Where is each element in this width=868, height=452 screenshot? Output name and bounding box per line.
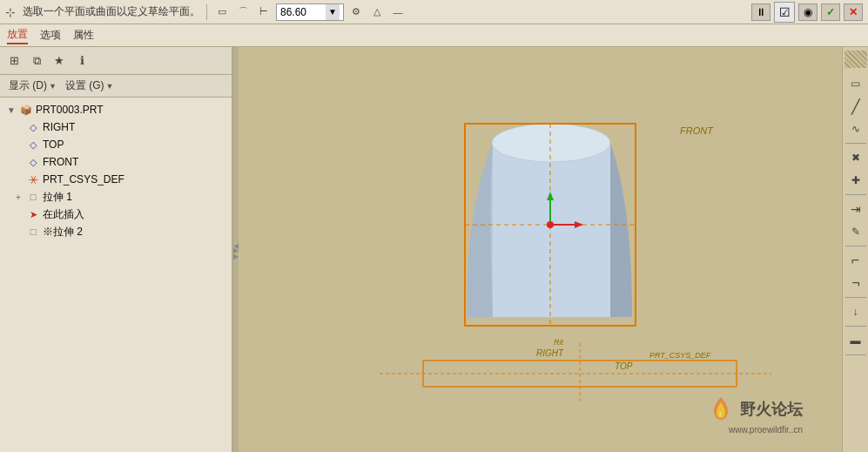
extrude2-icon: □ (26, 225, 40, 239)
svg-rect-7 (493, 143, 610, 317)
flame-icon (707, 395, 735, 423)
cylinder-3d (465, 124, 636, 326)
tree-root: ▼ 📦 PRT0003.PRT ◇ RIGHT ◇ TOP (0, 101, 232, 240)
display-label: 显示 (D) (9, 78, 47, 93)
plane-icon-top: ◇ (26, 138, 40, 152)
tree-item-top[interactable]: ◇ TOP (0, 136, 232, 153)
watermark-url: www.proewildfir..cn (729, 425, 803, 435)
eye-button[interactable]: ◉ (798, 3, 818, 21)
cursor-icon: ⊹ (5, 5, 16, 19)
extrude1-expand[interactable]: + (12, 191, 24, 203)
settings-button[interactable]: 设置 (G) ▼ (62, 77, 118, 95)
extrude2-label: ※拉伸 2 (43, 225, 83, 239)
right-icon-strip: ▭ ╱ ∿ ✖ ✚ ⇥ ✎ ⌐ ⌐ ↓ ▬ (842, 47, 868, 452)
insert-expand (12, 208, 24, 220)
pause-button[interactable]: ⏸ (751, 3, 770, 21)
tree-item-right[interactable]: ◇ RIGHT (0, 118, 232, 136)
tree-item-front[interactable]: ◇ FRONT (0, 153, 232, 171)
right-label: RIGHT (43, 121, 75, 133)
value-input[interactable] (280, 6, 324, 18)
display-settings-bar: 显示 (D) ▼ 设置 (G) ▼ (0, 75, 232, 98)
tree-item-extrude2[interactable]: □ ※拉伸 2 (0, 223, 232, 240)
offset-arrow-icon[interactable]: ⇥ (844, 199, 867, 219)
value-input-group: ▼ (276, 3, 344, 21)
right-expand (12, 121, 24, 133)
extrude2-expand (12, 226, 24, 238)
hatch-pattern (844, 51, 867, 68)
second-toolbar: 放置 选项 属性 (0, 24, 868, 47)
corner-l-icon[interactable]: ⌐ (844, 250, 867, 271)
rectangle-outline-icon[interactable]: ▭ (844, 73, 867, 94)
cross-x-icon[interactable]: ✖ (844, 147, 867, 168)
toolbar-icon-axis[interactable]: ⊢ (255, 3, 273, 21)
tree-root-item[interactable]: ▼ 📦 PRT0003.PRT (0, 101, 232, 118)
left-top-icons: ⊞ ⧉ ★ ℹ (0, 47, 232, 75)
top-toolbar: ⊹ 选取一个平面或曲面以定义草绘平面。 ▭ ⌒ ⊢ ▼ ⚙ △ — ⏸ ☑ ◉ … (0, 0, 868, 24)
value-dropdown[interactable]: ▼ (326, 4, 340, 20)
top-expand (12, 138, 24, 151)
sep3 (845, 246, 866, 246)
dash-icon-toolbar[interactable]: — (389, 3, 407, 21)
tree-item-csys[interactable]: ⚹ PRT_CSYS_DEF (0, 171, 232, 188)
arrow-down-tool-icon[interactable]: ↓ (844, 301, 867, 322)
sep1 (845, 143, 866, 144)
svg-point-20 (547, 221, 554, 228)
rect-solid-icon[interactable]: ▬ (844, 330, 867, 351)
settings-label: 设置 (G) (65, 78, 104, 93)
angle-icon-toolbar[interactable]: △ (368, 3, 386, 21)
front-label: FRONT (43, 156, 78, 168)
sep2 (845, 194, 866, 195)
grid-icon[interactable]: ⊞ (3, 51, 24, 71)
extrude1-label: 拉伸 1 (43, 190, 72, 205)
tree-item-insert[interactable]: ➤ 在此插入 (0, 206, 232, 223)
sep4 (845, 297, 866, 298)
settings-arrow: ▼ (106, 82, 114, 91)
watermark: 野火论坛 www.proewildfir..cn (707, 395, 803, 435)
viewport[interactable]: FRONT RIGHT TOP PRT_CSYS_DEF Rit 野火论坛 ww… (239, 47, 842, 452)
offset-icon-toolbar[interactable]: ⚙ (347, 3, 365, 21)
label-prt-text: PRT_CSYS_DEF (649, 351, 711, 360)
extrude1-icon: □ (26, 190, 40, 204)
divider-arrow-bottom: ▶ (233, 253, 239, 260)
label-rit-text: Rit (554, 338, 563, 347)
corner-r-icon[interactable]: ⌐ (844, 273, 867, 293)
display-arrow: ▼ (49, 82, 57, 91)
watermark-text: 野火论坛 (740, 399, 803, 420)
checkbox-button[interactable]: ☑ (774, 2, 795, 23)
star-icon[interactable]: ★ (49, 51, 70, 71)
top-label: TOP (43, 138, 64, 151)
label-top-text: TOP (615, 361, 633, 371)
insert-icon: ➤ (26, 207, 40, 221)
panel-divider[interactable]: ◀ ▶ (233, 47, 239, 452)
svg-point-8 (492, 124, 610, 162)
info-icon[interactable]: ℹ (71, 51, 92, 71)
left-panel: ⊞ ⧉ ★ ℹ 显示 (D) ▼ 设置 (G) ▼ ▼ 📦 PRT (0, 47, 233, 452)
copy-icon[interactable]: ⧉ (26, 51, 47, 71)
curve-tool-icon[interactable]: ∿ (844, 118, 867, 139)
cross-plus-icon[interactable]: ✚ (844, 170, 867, 191)
line-tool-icon[interactable]: ╱ (844, 96, 867, 117)
front-expand (12, 156, 24, 168)
divider-arrow-top: ◀ (233, 242, 239, 250)
csys-label: PRT_CSYS_DEF (43, 173, 124, 186)
root-label: PRT0003.PRT (36, 104, 104, 116)
tree-item-extrude1[interactable]: + □ 拉伸 1 (0, 188, 232, 206)
tab-options[interactable]: 选项 (40, 28, 61, 44)
instruction-text: 选取一个平面或曲面以定义草绘平面。 (23, 4, 200, 19)
pencil-tool-icon[interactable]: ✎ (844, 221, 867, 242)
watermark-logo: 野火论坛 (707, 395, 803, 423)
display-button[interactable]: 显示 (D) ▼ (5, 77, 60, 95)
plane-icon-front: ◇ (26, 155, 40, 169)
top-right-controls: ⏸ ☑ ◉ ✓ ✕ (751, 2, 863, 23)
sep5 (845, 326, 866, 327)
confirm-button[interactable]: ✓ (821, 3, 840, 21)
cancel-button[interactable]: ✕ (844, 3, 863, 21)
toolbar-icon-arc[interactable]: ⌒ (234, 3, 252, 21)
tree-area: ▼ 📦 PRT0003.PRT ◇ RIGHT ◇ TOP (0, 98, 232, 452)
tab-place[interactable]: 放置 (7, 27, 28, 44)
tab-properties[interactable]: 属性 (73, 28, 94, 44)
toolbar-icon-rect[interactable]: ▭ (213, 3, 231, 21)
plane-icon-right: ◇ (26, 120, 40, 134)
label-right-text: RIGHT (536, 348, 564, 358)
root-expand[interactable]: ▼ (5, 104, 17, 116)
